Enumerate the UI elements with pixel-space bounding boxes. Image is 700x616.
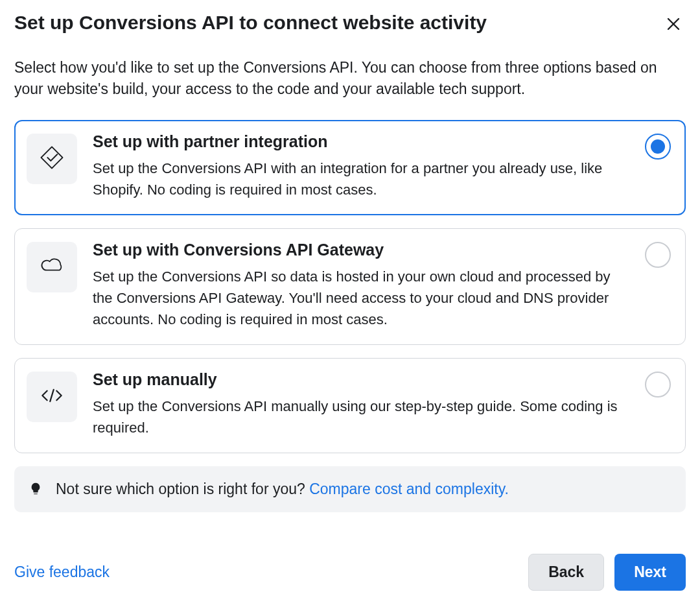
close-icon <box>666 16 681 34</box>
give-feedback-link[interactable]: Give feedback <box>14 563 110 581</box>
option-body: Set up the Conversions API with an integ… <box>93 158 629 200</box>
close-button[interactable] <box>661 13 686 38</box>
option-manual[interactable]: Set up manually Set up the Conversions A… <box>14 358 686 453</box>
back-button[interactable]: Back <box>528 554 604 591</box>
handshake-icon <box>39 145 65 173</box>
option-body: Set up the Conversions API so data is ho… <box>93 266 629 330</box>
svg-line-3 <box>50 390 54 401</box>
option-title: Set up manually <box>93 370 629 389</box>
code-icon <box>38 381 66 412</box>
option-radio[interactable] <box>645 372 671 397</box>
option-title: Set up with partner integration <box>93 132 629 151</box>
option-api-gateway[interactable]: Set up with Conversions API Gateway Set … <box>14 228 686 345</box>
option-body: Set up the Conversions API manually usin… <box>93 396 629 438</box>
option-title: Set up with Conversions API Gateway <box>93 241 629 259</box>
compare-link[interactable]: Compare cost and complexity. <box>309 480 509 497</box>
option-radio[interactable] <box>645 242 671 268</box>
hint-banner: Not sure which option is right for you? … <box>14 466 686 512</box>
next-button[interactable]: Next <box>614 554 686 591</box>
svg-rect-2 <box>41 147 63 168</box>
dialog-title: Set up Conversions API to connect websit… <box>14 12 487 34</box>
lightbulb-icon <box>29 482 44 496</box>
hint-text: Not sure which option is right for you? … <box>56 480 509 498</box>
option-icon-box <box>27 134 77 184</box>
option-radio[interactable] <box>645 134 671 160</box>
option-icon-box <box>27 242 77 292</box>
cloud-icon <box>39 253 65 281</box>
dialog-description: Select how you'd like to set up the Conv… <box>14 57 686 101</box>
option-partner-integration[interactable]: Set up with partner integration Set up t… <box>14 120 686 215</box>
option-icon-box <box>27 372 77 422</box>
